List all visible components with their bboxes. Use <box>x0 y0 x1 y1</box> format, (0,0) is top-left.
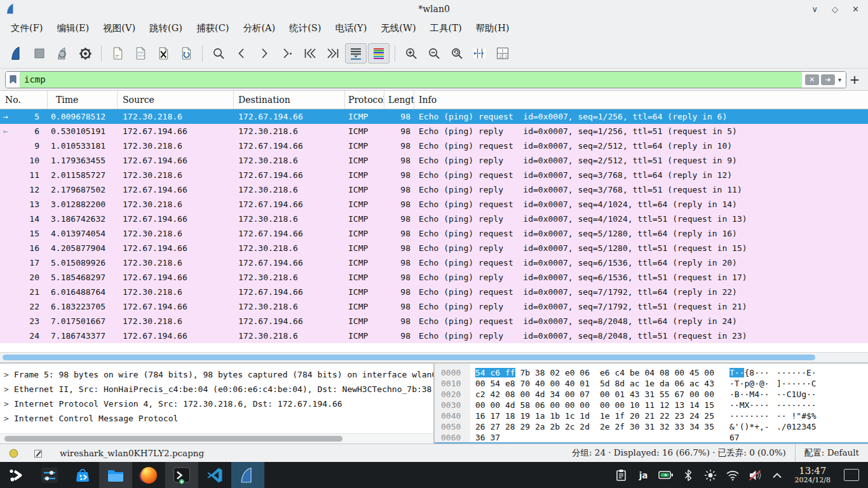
packet-row[interactable]: 112.011585727172.30.218.6172.67.194.66IC… <box>0 168 868 182</box>
capture-comment-icon[interactable] <box>34 449 43 458</box>
ascii-1[interactable]: &'()*+,- <box>729 421 771 432</box>
go-back-button[interactable] <box>231 43 252 64</box>
hex-bytes-1[interactable]: 54 c6 ff 7b 38 02 e0 06 <box>475 367 591 378</box>
start-capture-button[interactable] <box>6 43 27 64</box>
hex-bytes-2[interactable]: 00 01 43 31 55 67 00 00 <box>600 389 715 400</box>
detail-tree-item[interactable]: >Internet Protocol Version 4, Src: 172.3… <box>0 396 433 411</box>
hex-bytes-1[interactable]: c2 42 08 00 4d 34 00 07 <box>475 389 591 400</box>
volume-muted-icon[interactable] <box>747 467 763 484</box>
filter-dropdown-arrow[interactable]: ▾ <box>837 76 843 83</box>
menu-item-8[interactable]: 电话(Y) <box>328 20 374 37</box>
hex-bytes-2[interactable]: e6 c4 be 04 08 00 45 00 <box>600 367 715 378</box>
brightness-icon[interactable] <box>702 467 719 484</box>
wifi-icon[interactable] <box>724 467 741 484</box>
packet-row[interactable]: 237.017501667172.30.218.6172.67.194.66IC… <box>0 314 868 329</box>
app-launcher-button[interactable] <box>0 462 33 488</box>
hex-row[interactable]: 0020c2 42 08 00 4d 34 00 0700 01 43 31 5… <box>435 389 868 400</box>
detail-tree-item[interactable]: >Internet Control Message Protocol <box>0 411 433 426</box>
ascii-1[interactable]: ········ <box>729 410 771 421</box>
ascii-2[interactable]: ··C1Ug·· <box>776 389 817 400</box>
packet-row[interactable]: 122.179687502172.67.194.66172.30.218.6IC… <box>0 182 868 197</box>
ascii-2[interactable]: ········ <box>776 400 817 410</box>
menu-item-11[interactable]: 帮助(H) <box>469 20 517 37</box>
filter-clear-button[interactable]: ✕ <box>805 74 819 85</box>
menu-item-2[interactable]: 编辑(E) <box>50 20 96 37</box>
ascii-2[interactable]: ./012345 <box>776 421 817 432</box>
find-packet-button[interactable] <box>208 43 229 64</box>
menu-item-1[interactable]: 文件(F) <box>4 20 50 37</box>
packet-row[interactable]: 143.186742632172.67.194.66172.30.218.6IC… <box>0 212 868 226</box>
ascii-2[interactable]: ······E· <box>776 367 817 378</box>
file-manager-button[interactable] <box>99 462 132 488</box>
close-button[interactable]: ✕ <box>852 4 859 14</box>
reload-file-button[interactable] <box>175 43 197 64</box>
resize-columns-button[interactable] <box>469 43 491 64</box>
go-first-button[interactable] <box>299 43 321 64</box>
ascii-2[interactable]: ]······C <box>776 378 817 389</box>
menu-item-6[interactable]: 分析(A) <box>236 20 282 37</box>
konsole-button[interactable] <box>165 462 198 488</box>
menu-item-10[interactable]: 工具(T) <box>423 20 469 37</box>
save-file-button[interactable]: 01010110 <box>130 43 151 64</box>
hex-row[interactable]: 000054 c6 ff 7b 38 02 e0 06e6 c4 be 04 0… <box>435 367 868 378</box>
minimize-button[interactable]: ∨ <box>812 4 818 14</box>
hex-bytes-1[interactable]: 00 00 4d 58 06 00 00 00 <box>475 400 591 410</box>
packet-row[interactable]: 216.016488764172.30.218.6172.67.194.66IC… <box>0 285 868 299</box>
ascii-1[interactable]: ··MX···· <box>729 400 771 410</box>
hex-bytes-2[interactable]: 5d 8d ac 1e da 06 ac 43 <box>600 378 715 389</box>
firefox-button[interactable] <box>132 462 165 488</box>
column-header-protocol[interactable]: Protocol <box>345 91 384 109</box>
hex-row[interactable]: 006036 3767 <box>435 432 868 443</box>
ascii-1[interactable]: ·T·p@·@· <box>729 378 771 389</box>
capture-options-button[interactable] <box>74 43 96 64</box>
filter-add-button[interactable]: + <box>846 72 863 87</box>
packet-row[interactable]: 133.012882200172.30.218.6172.67.194.66IC… <box>0 197 868 212</box>
discover-button[interactable] <box>66 462 99 488</box>
battery-icon[interactable] <box>658 467 674 484</box>
maximize-button[interactable]: ◇ <box>832 4 838 14</box>
system-settings-button[interactable] <box>33 462 66 488</box>
details-hscroll-thumb[interactable] <box>4 436 342 442</box>
display-filter-input[interactable]: icmp ✕ ➜ ▾ <box>5 71 846 88</box>
hex-bytes-1[interactable]: 16 17 18 19 1a 1b 1c 1d <box>475 410 591 421</box>
packet-row[interactable]: 164.205877904172.67.194.66172.30.218.6IC… <box>0 241 868 255</box>
hex-row[interactable]: 004016 17 18 19 1a 1b 1c 1d1e 1f 20 21 2… <box>435 410 868 421</box>
packet-row[interactable]: 154.013974054172.30.218.6172.67.194.66IC… <box>0 226 868 241</box>
filter-bookmark-icon[interactable] <box>6 72 20 88</box>
hex-row[interactable]: 003000 00 4d 58 06 00 00 0000 00 10 11 1… <box>435 400 868 410</box>
hex-bytes-2[interactable]: 2e 2f 30 31 32 33 34 35 <box>600 421 715 432</box>
hex-bytes-1[interactable]: 36 37 <box>475 432 591 443</box>
bluetooth-icon[interactable] <box>680 467 696 484</box>
close-file-button[interactable] <box>153 43 174 64</box>
menu-item-7[interactable]: 统计(S) <box>282 20 328 37</box>
packet-row[interactable]: 226.183223705172.67.194.66172.30.218.6IC… <box>0 299 868 314</box>
hex-bytes-2[interactable] <box>600 432 715 443</box>
packet-list-hscroll-thumb[interactable] <box>3 355 815 360</box>
menu-item-3[interactable]: 视图(V) <box>96 20 142 37</box>
packet-row[interactable]: 91.010533181172.30.218.6172.67.194.66ICM… <box>0 139 868 153</box>
detail-tree-item[interactable]: >Frame 5: 98 bytes on wire (784 bits), 9… <box>0 367 433 382</box>
menu-item-9[interactable]: 无线(W) <box>374 20 423 37</box>
expand-chevron-icon[interactable]: > <box>4 396 14 411</box>
go-forward-button[interactable] <box>254 43 275 64</box>
tray-expand-icon[interactable] <box>769 467 785 484</box>
column-header-source[interactable]: Source <box>118 91 234 109</box>
layout-toggle-button[interactable]: 123 <box>492 43 513 64</box>
column-header-time[interactable]: Time <box>48 91 118 109</box>
ascii-2[interactable]: ·· !"#$% <box>776 410 817 421</box>
open-file-button[interactable] <box>107 43 128 64</box>
expert-info-icon[interactable] <box>9 449 18 458</box>
packet-row[interactable]: 6←0.530105191172.67.194.66172.30.218.6IC… <box>0 124 868 139</box>
hex-bytes-1[interactable]: 00 54 e8 70 40 00 40 01 <box>475 378 591 389</box>
filter-value[interactable]: icmp <box>20 72 802 88</box>
restart-capture-button[interactable] <box>51 43 73 64</box>
menu-item-4[interactable]: 跳转(G) <box>142 20 189 37</box>
column-header-no[interactable]: No. <box>0 91 48 109</box>
column-header-length[interactable]: Length <box>384 91 414 109</box>
hex-row[interactable]: 005026 27 28 29 2a 2b 2c 2d2e 2f 30 31 3… <box>435 421 868 432</box>
input-method-indicator[interactable]: ja <box>635 467 652 484</box>
clipboard-icon[interactable] <box>613 467 630 484</box>
expand-chevron-icon[interactable]: > <box>4 382 14 396</box>
show-desktop-button[interactable] <box>844 469 859 481</box>
clock[interactable]: 13:47 2024/12/8 <box>795 466 831 484</box>
